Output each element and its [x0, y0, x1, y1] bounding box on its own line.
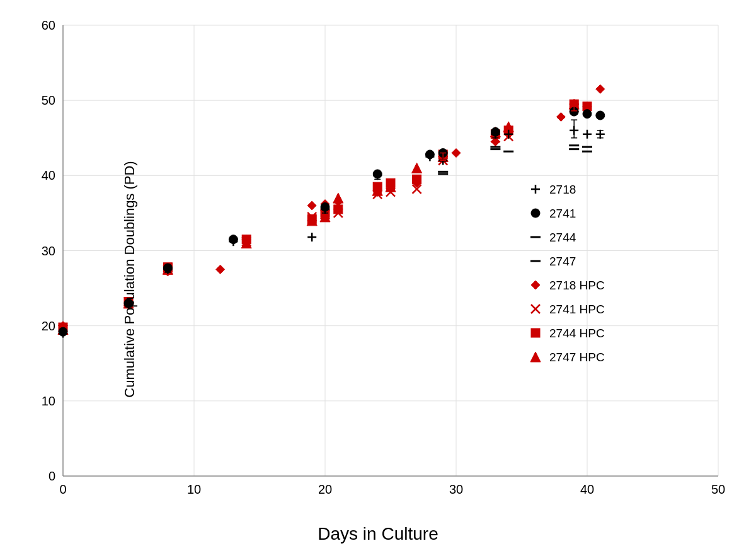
svg-text:50: 50 [711, 482, 725, 496]
svg-text:0: 0 [59, 482, 66, 496]
svg-point-110 [583, 110, 592, 119]
svg-rect-64 [413, 175, 421, 183]
svg-text:60: 60 [42, 18, 55, 32]
svg-text:50: 50 [42, 93, 55, 107]
svg-point-100 [59, 327, 67, 336]
svg-text:0: 0 [49, 469, 55, 483]
svg-rect-0 [0, 0, 756, 558]
svg-text:2744: 2744 [549, 231, 576, 244]
svg-text:40: 40 [580, 482, 594, 496]
svg-text:2741 HPC: 2741 HPC [549, 303, 605, 316]
svg-rect-61 [334, 205, 343, 214]
svg-rect-134 [531, 328, 540, 337]
svg-text:2718 HPC: 2718 HPC [549, 279, 605, 292]
svg-point-124 [531, 209, 540, 218]
chart-container: 0102030405001020304050602718274127442747… [0, 0, 756, 558]
svg-text:2744 HPC: 2744 HPC [549, 327, 605, 340]
svg-text:2741: 2741 [549, 207, 576, 220]
svg-text:40: 40 [42, 168, 55, 182]
svg-text:30: 30 [449, 482, 463, 496]
svg-text:10: 10 [187, 482, 201, 496]
svg-text:20: 20 [318, 482, 332, 496]
svg-text:2747 HPC: 2747 HPC [549, 351, 605, 364]
svg-text:2718: 2718 [549, 183, 576, 196]
svg-text:30: 30 [42, 244, 55, 258]
svg-text:20: 20 [42, 319, 55, 333]
svg-point-106 [425, 150, 434, 159]
y-axis-label: Cumulative Population Doublings (PD) [122, 161, 138, 397]
x-axis-label: Days in Culture [318, 524, 438, 544]
svg-text:10: 10 [42, 394, 55, 408]
svg-point-111 [596, 111, 605, 120]
svg-text:2747: 2747 [549, 255, 576, 268]
